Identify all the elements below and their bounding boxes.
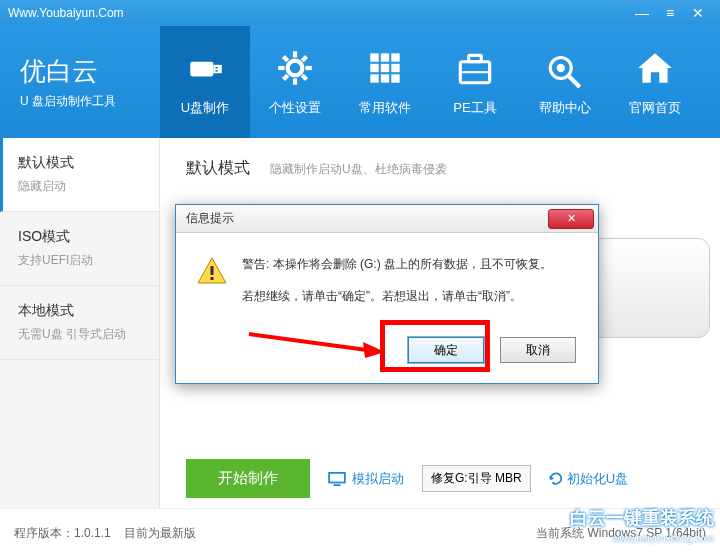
dialog-line2: 若想继续，请单击“确定”。若想退出，请单击“取消”。: [242, 287, 552, 305]
svg-rect-15: [391, 53, 399, 61]
sidebar-sub: 隐藏启动: [18, 178, 141, 195]
svg-marker-33: [363, 342, 385, 358]
svg-rect-3: [216, 70, 218, 72]
cancel-button[interactable]: 取消: [500, 337, 576, 363]
titlebar: Www.Youbaiyun.Com — ≡ ✕: [0, 0, 720, 26]
svg-line-27: [569, 76, 580, 87]
svg-rect-30: [211, 266, 214, 275]
sidebar-item-local[interactable]: 本地模式 无需U盘 引导式启动: [0, 286, 159, 360]
nav-home[interactable]: 官网首页: [610, 26, 700, 138]
dialog-close-button[interactable]: ✕: [548, 209, 594, 229]
nav-label: 帮助中心: [539, 99, 591, 117]
gear-icon: [274, 47, 316, 89]
minimize-button[interactable]: —: [628, 0, 656, 26]
window-controls: — ≡ ✕: [628, 0, 712, 26]
svg-point-26: [557, 64, 565, 72]
svg-rect-14: [381, 53, 389, 61]
svg-rect-21: [391, 74, 399, 82]
svg-line-9: [283, 56, 287, 60]
nav-settings[interactable]: 个性设置: [250, 26, 340, 138]
sidebar-title: 本地模式: [18, 302, 141, 320]
svg-rect-31: [211, 277, 214, 280]
main-nav: U盘制作 个性设置 常用软件 PE工具 帮助中心 官网首页: [160, 26, 700, 138]
help-icon: [544, 47, 586, 89]
svg-line-12: [302, 56, 306, 60]
svg-rect-0: [190, 62, 213, 77]
nav-label: 官网首页: [629, 99, 681, 117]
briefcase-icon: [454, 47, 496, 89]
brand: 优白云 U 盘启动制作工具: [20, 54, 160, 110]
close-button[interactable]: ✕: [684, 0, 712, 26]
sidebar-item-default[interactable]: 默认模式 隐藏启动: [0, 138, 159, 212]
watermark-url: www.baiyunxitong.com: [612, 533, 714, 544]
simulate-label: 模拟启动: [352, 470, 404, 488]
sidebar-sub: 无需U盘 引导式启动: [18, 326, 141, 343]
highlight-box: [380, 320, 490, 372]
status-label: 目前为最新版: [124, 526, 196, 540]
brand-title: 优白云: [20, 54, 160, 89]
nav-label: U盘制作: [181, 99, 229, 117]
footer-left: 程序版本：1.0.1.1 目前为最新版: [14, 525, 196, 542]
svg-rect-17: [381, 64, 389, 72]
dialog-line1: 警告: 本操作将会删除 (G:) 盘上的所有数据，且不可恢复。: [242, 255, 552, 273]
svg-point-4: [288, 61, 303, 76]
sidebar-item-iso[interactable]: ISO模式 支持UEFI启动: [0, 212, 159, 286]
nav-label: PE工具: [453, 99, 496, 117]
home-icon: [634, 47, 676, 89]
svg-rect-28: [329, 472, 345, 482]
svg-rect-23: [469, 55, 482, 61]
nav-software[interactable]: 常用软件: [340, 26, 430, 138]
action-row: 开始制作 模拟启动 修复G:引导 MBR 初始化U盘: [186, 459, 694, 498]
refresh-icon: [549, 472, 563, 486]
nav-label: 个性设置: [269, 99, 321, 117]
svg-rect-13: [370, 53, 378, 61]
svg-rect-1: [213, 65, 221, 73]
arrow-annotation: [245, 330, 385, 360]
svg-line-32: [249, 334, 367, 350]
nav-usb-create[interactable]: U盘制作: [160, 26, 250, 138]
svg-rect-19: [370, 74, 378, 82]
titlebar-url: Www.Youbaiyun.Com: [8, 6, 124, 20]
usb-icon: [184, 47, 226, 89]
main-heading: 默认模式 隐藏制作启动U盘、杜绝病毒侵袭: [186, 158, 694, 179]
svg-rect-20: [381, 74, 389, 82]
main-title: 默认模式: [186, 158, 250, 179]
start-button[interactable]: 开始制作: [186, 459, 310, 498]
sidebar: 默认模式 隐藏启动 ISO模式 支持UEFI启动 本地模式 无需U盘 引导式启动: [0, 138, 160, 508]
init-usb-link[interactable]: 初始化U盘: [549, 470, 628, 488]
version-label: 程序版本：1.0.1.1: [14, 526, 111, 540]
init-label: 初始化U盘: [567, 470, 628, 488]
nav-help[interactable]: 帮助中心: [520, 26, 610, 138]
main-subtitle: 隐藏制作启动U盘、杜绝病毒侵袭: [270, 161, 447, 178]
svg-line-10: [302, 75, 306, 79]
simulate-boot-link[interactable]: 模拟启动: [328, 470, 404, 488]
monitor-icon: [328, 472, 346, 486]
grid-icon: [364, 47, 406, 89]
header: 优白云 U 盘启动制作工具 U盘制作 个性设置 常用软件 PE工具 帮助中心 官…: [0, 26, 720, 138]
svg-line-11: [283, 75, 287, 79]
watermark: 白云一键重装系统: [570, 506, 714, 530]
dialog-text: 警告: 本操作将会删除 (G:) 盘上的所有数据，且不可恢复。 若想继续，请单击…: [242, 255, 552, 319]
settings-button[interactable]: ≡: [656, 0, 684, 26]
sidebar-sub: 支持UEFI启动: [18, 252, 141, 269]
brand-subtitle: U 盘启动制作工具: [20, 93, 160, 110]
sidebar-title: 默认模式: [18, 154, 141, 172]
sidebar-title: ISO模式: [18, 228, 141, 246]
svg-rect-16: [370, 64, 378, 72]
repair-mbr-button[interactable]: 修复G:引导 MBR: [422, 465, 531, 492]
svg-rect-18: [391, 64, 399, 72]
svg-rect-2: [216, 67, 218, 69]
warning-icon: [196, 255, 228, 287]
nav-pe-tools[interactable]: PE工具: [430, 26, 520, 138]
dialog-title: 信息提示: [186, 210, 234, 227]
dialog-titlebar: 信息提示 ✕: [176, 205, 598, 233]
nav-label: 常用软件: [359, 99, 411, 117]
